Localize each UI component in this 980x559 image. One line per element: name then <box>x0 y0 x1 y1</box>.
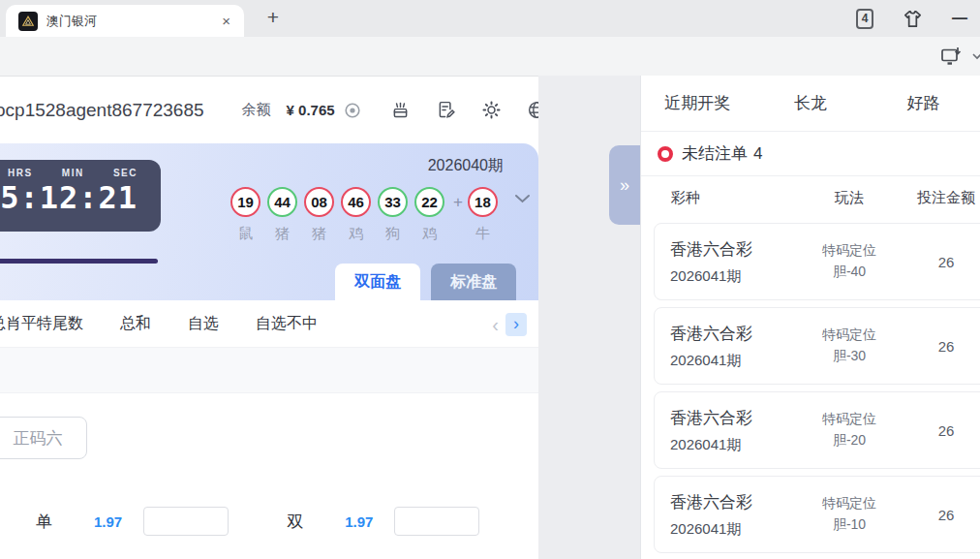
new-tab-button[interactable]: + <box>260 4 287 31</box>
zodiac-label: 鸡 <box>349 225 363 243</box>
bet-card[interactable]: 香港六合彩 2026041期 特码定位胆-40 26 <box>654 223 980 300</box>
bet-amount-input[interactable] <box>143 507 229 536</box>
nav-item[interactable]: 自选不中 <box>256 314 318 334</box>
zodiac-label: 猪 <box>312 225 326 243</box>
browser-toolbar <box>0 37 980 77</box>
theme-tshirt-icon[interactable] <box>902 8 924 30</box>
odds-option: 双 1.97 <box>287 507 479 536</box>
odds-option: 单 1.97 <box>36 507 229 536</box>
settings-gear-icon[interactable] <box>481 100 502 120</box>
nav-item[interactable]: 自选 <box>188 314 219 334</box>
right-panel-tab[interactable]: 好路 <box>867 92 980 114</box>
bet-period: 2026041期 <box>670 267 808 286</box>
timer-digits: 05:12:21 <box>0 179 161 216</box>
right-panel-tab[interactable]: 近期开奖 <box>641 92 754 114</box>
section-band <box>0 348 538 393</box>
zodiac-label: 鸡 <box>422 225 437 243</box>
column-amount: 投注金额 <box>893 189 980 207</box>
right-panel-tab[interactable]: 长龙 <box>754 92 868 114</box>
result-ball: 46 鸡 <box>341 187 371 243</box>
tab-standard-board[interactable]: 标准盘 <box>431 264 516 300</box>
bet-lottery-name: 香港六合彩 <box>670 407 808 429</box>
browser-tab-bar: 澳门银河 × + 4 — <box>0 0 980 37</box>
countdown-progress-bar <box>0 259 158 264</box>
bet-amount: 26 <box>891 254 980 270</box>
nav-item[interactable]: 总肖平特尾数 <box>0 314 83 334</box>
result-ball: 08 猪 <box>304 187 334 243</box>
bet-lottery-cell: 香港六合彩 2026041期 <box>655 323 808 370</box>
odds-value: 1.97 <box>345 513 373 530</box>
chips-tray-icon[interactable] <box>390 100 411 120</box>
balance-label: 余额 <box>242 101 271 119</box>
bet-period: 2026041期 <box>670 436 808 454</box>
toggle-balance-visibility-icon[interactable] <box>344 102 361 119</box>
bet-lottery-cell: 香港六合彩 2026041期 <box>655 407 808 454</box>
countdown-timer: HRS MIN SEC 05:12:21 <box>0 160 161 232</box>
nav-items: 总肖平特尾数 总和 自选 自选不中 <box>0 314 354 334</box>
unsettled-count-badge: 4 <box>753 144 762 164</box>
play-category-nav: 总肖平特尾数 总和 自选 自选不中 ‹ › <box>0 300 538 348</box>
site-favicon-icon <box>18 12 38 31</box>
zodiac-label: 猪 <box>275 225 290 243</box>
toolbar-caret-icon[interactable] <box>970 49 980 63</box>
save-page-icon[interactable] <box>939 45 963 68</box>
bet-lottery-cell: 香港六合彩 2026041期 <box>655 238 808 286</box>
bet-card[interactable]: 香港六合彩 2026041期 特码定位胆-30 26 <box>654 307 980 385</box>
timer-hrs-label: HRS <box>8 168 33 178</box>
result-ball: 22 鸡 <box>414 187 444 243</box>
close-tab-icon[interactable]: × <box>218 13 234 29</box>
odds-row: 单 1.97 双 1.97 <box>0 501 538 542</box>
result-ball: 33 狗 <box>378 187 408 243</box>
tab-counter-button[interactable]: 4 <box>856 9 873 29</box>
bet-period: 2026041期 <box>670 520 808 539</box>
special-ball: 18 牛 <box>468 187 498 243</box>
screen: 澳门银河 × + 4 — ocp1528agent867723685 余额 ¥ … <box>0 0 980 559</box>
nav-next-button[interactable]: › <box>505 313 527 336</box>
nav-item[interactable]: 总和 <box>120 314 151 334</box>
odds-option-name[interactable]: 单 <box>36 511 52 533</box>
column-lottery: 彩种 <box>641 189 806 207</box>
result-ball: 44 猪 <box>267 187 297 243</box>
bet-period: 2026041期 <box>670 352 808 370</box>
category-zhengma6-button[interactable]: 正码六 <box>0 417 87 459</box>
timer-min-label: MIN <box>62 168 84 178</box>
browser-tab[interactable]: 澳门银河 × <box>6 5 244 37</box>
bet-lottery-name: 香港六合彩 <box>670 491 808 513</box>
recent-draws-panel: 近期开奖 长龙 好路 未结注单 4 彩种 玩法 投注金额 香港六合彩 20260… <box>640 76 980 559</box>
zodiac-label: 牛 <box>475 225 490 243</box>
bet-amount: 26 <box>891 422 980 439</box>
odds-option-name[interactable]: 双 <box>287 511 303 533</box>
bet-card[interactable]: 香港六合彩 2026041期 特码定位胆-10 26 <box>654 476 980 553</box>
bet-amount-input[interactable] <box>394 507 479 536</box>
minimize-button[interactable]: — <box>952 10 967 27</box>
unsettled-label: 未结注单 <box>682 142 748 165</box>
collapse-panel-button[interactable]: » <box>609 145 640 225</box>
bets-list: 香港六合彩 2026041期 特码定位胆-40 26 香港六合彩 2026041… <box>641 220 980 553</box>
bets-table-header: 彩种 玩法 投注金额 <box>641 176 980 220</box>
bet-play-type: 特码定位胆-40 <box>808 240 891 282</box>
bet-amount: 26 <box>891 338 980 355</box>
nav-arrows: ‹ › <box>492 300 527 348</box>
bet-amount: 26 <box>891 507 980 523</box>
right-panel-tabs: 近期开奖 长龙 好路 <box>641 76 980 132</box>
tabbar-controls: 4 — <box>856 0 967 37</box>
board-tabs: 双面盘 标准盘 <box>335 264 516 300</box>
plus-sign: + <box>453 187 463 217</box>
odds-value: 1.97 <box>94 513 122 530</box>
unsettled-record-icon <box>658 146 673 162</box>
expand-results-chevron-icon[interactable] <box>514 194 531 203</box>
bet-card[interactable]: 香港六合彩 2026041期 特码定位胆-20 26 <box>654 391 980 469</box>
result-ball: 19 鼠 <box>230 187 260 243</box>
bet-play-type: 特码定位胆-10 <box>808 493 891 535</box>
unsettled-bets-row[interactable]: 未结注单 4 <box>641 132 980 176</box>
tab-double-board[interactable]: 双面盘 <box>335 264 420 300</box>
bet-play-type: 特码定位胆-30 <box>808 325 891 366</box>
result-balls-row: 19 鼠 44 猪 08 猪 46 鸡 <box>230 187 498 243</box>
result-ball-special: 18 牛 <box>468 187 498 243</box>
report-edit-icon[interactable] <box>436 100 456 120</box>
nav-prev-button[interactable]: ‹ <box>492 315 499 334</box>
draw-period: 2026040期 <box>428 156 504 176</box>
balance-value: ¥ 0.765 <box>287 102 335 118</box>
tab-title: 澳门银河 <box>46 13 218 30</box>
bet-lottery-cell: 香港六合彩 2026041期 <box>655 491 808 539</box>
